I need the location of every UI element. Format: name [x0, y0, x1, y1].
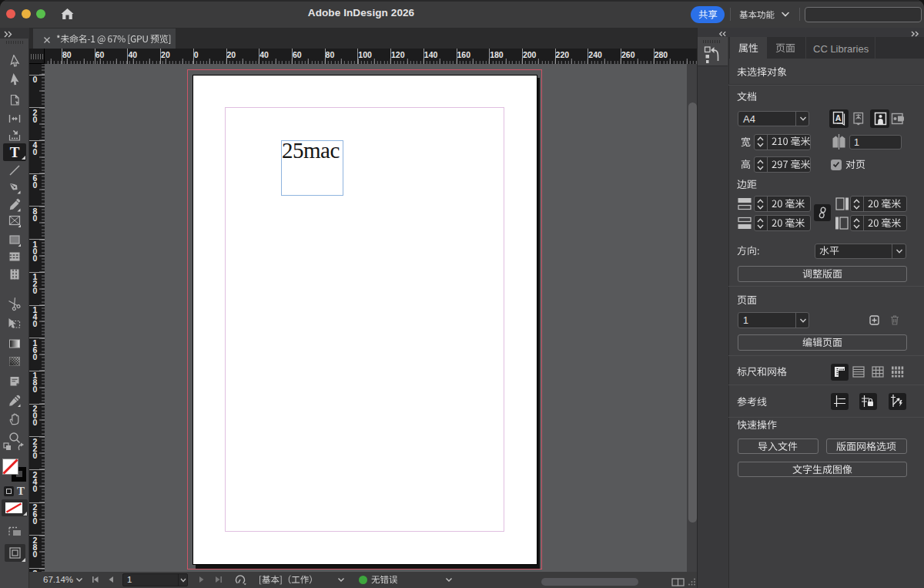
svg-text:A: A — [835, 113, 842, 123]
